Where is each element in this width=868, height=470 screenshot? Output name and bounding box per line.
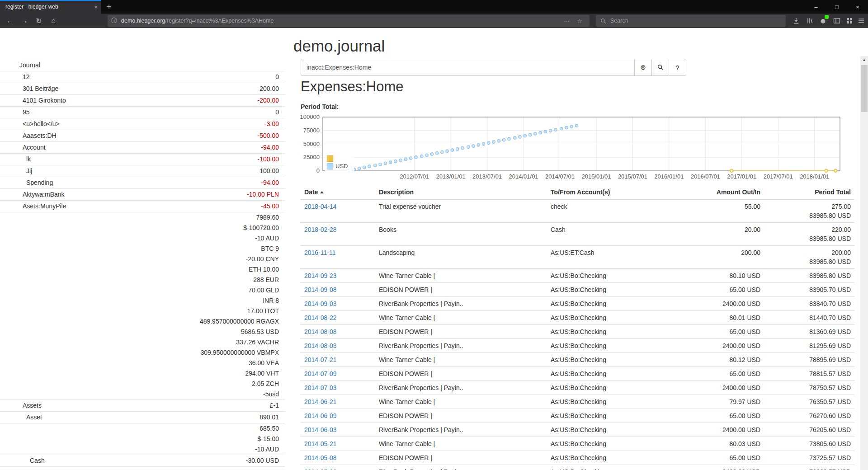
sidebar-row: 4101 Girokonto-200.00 — [0, 94, 285, 106]
bookmark-star-icon[interactable]: ☆ — [573, 18, 586, 24]
transaction-date-link[interactable]: 2014-05-21 — [304, 440, 337, 447]
x-axis-tick-label: 2013/01/01 — [436, 173, 466, 180]
search-icon — [600, 18, 606, 24]
browser-search-field[interactable]: Search — [596, 15, 786, 27]
sidebar-journal-link[interactable]: Journal — [0, 60, 40, 71]
register-row: 2014-06-21Wine-Tarner Cable |As:US:Bo:Ch… — [301, 395, 854, 409]
tofrom-account-cell: As:US:Bo:Checking — [547, 409, 687, 423]
sidebar-account-link[interactable]: Spending — [0, 177, 53, 188]
transaction-date-link[interactable]: 2014-05-03 — [304, 468, 337, 470]
transaction-date-link[interactable]: 2018-02-28 — [304, 226, 337, 233]
menu-hamburger-icon[interactable] — [855, 15, 867, 27]
reload-button[interactable]: ↻ — [33, 15, 45, 27]
chart-data-point — [441, 150, 443, 153]
transaction-date-link[interactable]: 2014-07-03 — [304, 384, 337, 391]
sidebar-account-link[interactable]: Assets — [0, 400, 42, 411]
transaction-date-link[interactable]: 2014-09-03 — [304, 300, 337, 307]
home-button[interactable]: ⌂ — [47, 15, 60, 27]
back-button[interactable]: ← — [4, 15, 16, 27]
clear-query-button[interactable]: ⊗ — [634, 59, 652, 76]
transaction-date-link[interactable]: 2014-05-08 — [304, 454, 337, 461]
sidebar-account-link[interactable]: Account — [0, 142, 46, 153]
extension-icon[interactable] — [817, 15, 829, 27]
register-row: 2014-08-03RiverBank Properties | Payin..… — [301, 339, 854, 353]
transaction-date-link[interactable]: 2014-07-09 — [304, 370, 337, 377]
query-input[interactable] — [301, 59, 635, 76]
sidebar-account-link[interactable]: Asets:MunyPile — [0, 201, 66, 212]
scrollbar-up-icon[interactable]: ▲ — [860, 56, 868, 64]
search-button[interactable] — [651, 59, 669, 76]
transaction-date-link[interactable]: 2014-08-03 — [304, 342, 337, 349]
maximize-button[interactable]: □ — [826, 0, 847, 14]
chart-data-point — [467, 146, 470, 148]
period-total-cell: 76205.60 USD — [764, 423, 854, 437]
period-total-cell: 73660.57 USD — [764, 465, 854, 470]
page-scrollbar[interactable]: ▲ ▼ — [860, 56, 868, 470]
scrollbar-thumb[interactable] — [861, 65, 868, 112]
description-cell: EDISON POWER | — [375, 325, 547, 339]
chart-data-point — [560, 127, 563, 130]
site-info-icon[interactable]: ⓘ — [111, 17, 117, 25]
page-actions-icon[interactable]: ⋯ — [560, 18, 573, 24]
sidebar-account-link[interactable]: lk — [0, 154, 31, 165]
tofrom-account-cell: As:US:Bo:Checking — [547, 451, 687, 465]
sidebar-account-link[interactable]: Asset — [0, 412, 42, 423]
transaction-date-link[interactable]: 2014-06-03 — [304, 426, 337, 433]
chart-data-point — [446, 150, 448, 152]
grid-apps-icon[interactable] — [844, 15, 855, 27]
search-placeholder: Search — [610, 18, 628, 24]
chart-data-point — [730, 169, 733, 172]
register-row: 2014-05-03RiverBank Properties | Payin..… — [301, 465, 854, 470]
minimize-button[interactable]: – — [806, 0, 826, 14]
sort-by-date-link[interactable]: Date — [304, 188, 318, 196]
forward-button[interactable]: → — [18, 15, 31, 27]
chart-data-point — [461, 146, 464, 149]
sidebar-row: 301 Beiträge200.00 — [0, 83, 285, 94]
transaction-date-link[interactable]: 2014-09-08 — [304, 286, 337, 293]
register-row: 2014-05-08EDISON POWER |As:US:Bo:Checkin… — [301, 451, 854, 465]
url-bar[interactable]: ⓘ demo.hledger.org/register?q=inacct%3AE… — [108, 15, 590, 27]
x-axis-tick-label: 2012/07/01 — [400, 173, 429, 180]
transaction-date-link[interactable]: 2014-08-22 — [304, 314, 337, 321]
y-axis-tick-label: 100000 — [300, 113, 320, 120]
sidebar-account-link[interactable]: Cash — [0, 455, 45, 466]
sidebar-account-link[interactable]: Jij — [0, 165, 32, 177]
transaction-date-link[interactable]: 2014-06-21 — [304, 398, 337, 405]
register-row: 2014-07-03RiverBank Properties | Payin..… — [301, 381, 854, 395]
date-cell: 2014-09-08 — [301, 283, 375, 297]
sidebar-account-link[interactable]: <u>hello</u> — [0, 118, 60, 130]
description-cell: RiverBank Properties | Payin.. — [375, 297, 547, 311]
download-icon[interactable] — [790, 15, 802, 27]
transaction-date-link[interactable]: 2014-08-08 — [304, 328, 337, 335]
sidebar-account-link[interactable]: 4101 Girokonto — [0, 95, 66, 106]
transaction-date-link[interactable]: 2016-11-11 — [304, 249, 336, 256]
sidebar-account-link[interactable]: Aktywa:mBank — [0, 189, 65, 200]
sidebar-account-link[interactable]: Aaasets:DH — [0, 130, 57, 141]
chart-data-point — [544, 130, 547, 133]
sidebar-balance: 685.50$-15.00-10 AUD — [26, 423, 285, 455]
chart-data-point — [379, 163, 382, 165]
sidebar-toggle-icon[interactable] — [831, 15, 843, 27]
register-row: 2014-08-22Wine-Tarner Cable |As:US:Bo:Ch… — [301, 311, 854, 325]
sidebar-account-link[interactable]: 95 — [0, 107, 30, 118]
transaction-date-link[interactable]: 2014-09-23 — [304, 272, 337, 279]
magnifier-icon — [657, 64, 664, 70]
new-tab-button[interactable]: + — [101, 0, 117, 14]
column-header-date[interactable]: Date — [301, 185, 375, 199]
chart-data-point — [482, 142, 485, 145]
sidebar-account-link[interactable]: 301 Beiträge — [0, 83, 58, 94]
close-button[interactable]: × — [847, 0, 868, 14]
tofrom-account-cell: As:US:ET:Cash — [547, 246, 687, 269]
description-cell: Wine-Tarner Cable | — [375, 395, 547, 409]
browser-tab[interactable]: register - hledger-web × — [0, 0, 101, 14]
transaction-date-link[interactable]: 2014-06-09 — [304, 412, 337, 419]
transaction-date-link[interactable]: 2018-04-14 — [304, 203, 337, 210]
sidebar-account-link[interactable]: 12 — [0, 71, 30, 83]
help-button[interactable]: ? — [669, 59, 686, 76]
library-icon[interactable] — [804, 15, 816, 27]
chart-data-point — [456, 148, 458, 150]
date-cell: 2014-08-22 — [301, 311, 375, 325]
y-axis-tick-label: 25000 — [303, 154, 320, 160]
transaction-date-link[interactable]: 2014-07-21 — [304, 356, 337, 363]
tab-close-icon[interactable]: × — [91, 4, 98, 10]
